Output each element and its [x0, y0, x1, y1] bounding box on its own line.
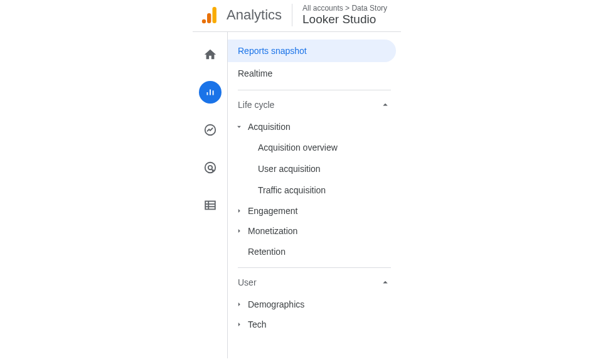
target-click-icon [203, 161, 217, 174]
tree-label: Engagement [248, 206, 297, 216]
svg-point-4 [205, 163, 215, 173]
bar-chart-icon [203, 85, 217, 99]
table-icon [203, 198, 217, 212]
sub-acquisition-overview[interactable]: Acquisition overview [228, 137, 401, 158]
svg-rect-6 [205, 201, 215, 210]
chevron-up-icon [380, 99, 391, 110]
app-header: Analytics All accounts > Data Story Look… [193, 0, 401, 31]
nav-rail [193, 32, 228, 358]
workspace-title[interactable]: Looker Studio [302, 13, 387, 26]
sub-user-acquisition[interactable]: User acquisition [228, 158, 401, 179]
tree-label: Monetization [248, 226, 297, 236]
section-title: Life cycle [238, 100, 274, 110]
analytics-logo [201, 6, 218, 24]
divider [238, 267, 391, 268]
sub-traffic-acquisition[interactable]: Traffic acquisition [228, 179, 401, 201]
svg-rect-1 [207, 13, 211, 23]
header-divider [292, 4, 292, 26]
caret-right-icon [233, 300, 245, 309]
realtime-item[interactable]: Realtime [228, 62, 401, 85]
rail-home-button[interactable] [199, 43, 222, 66]
section-title: User [238, 277, 257, 287]
tree-acquisition[interactable]: Acquisition [228, 117, 401, 137]
caret-right-icon [233, 320, 245, 329]
tree-tech[interactable]: Tech [228, 314, 401, 335]
analytics-logo-icon [201, 6, 218, 24]
tree-demographics[interactable]: Demographics [228, 294, 401, 314]
tree-retention[interactable]: Retention [228, 241, 401, 262]
reports-panel: Reports snapshot Realtime Life cycle Acq… [228, 32, 401, 358]
caret-down-icon [233, 122, 245, 131]
tree-label: Acquisition [248, 122, 291, 132]
tree-engagement[interactable]: Engagement [228, 201, 401, 221]
app-title: Analytics [227, 7, 282, 23]
svg-point-0 [202, 19, 206, 23]
tree-label: Tech [248, 319, 267, 329]
rail-explore-button[interactable] [199, 119, 222, 141]
tree-monetization[interactable]: Monetization [228, 221, 401, 241]
breadcrumb[interactable]: All accounts > Data Story [302, 4, 387, 13]
svg-rect-2 [213, 7, 216, 23]
section-life-cycle[interactable]: Life cycle [228, 93, 401, 117]
reports-snapshot-item[interactable]: Reports snapshot [228, 40, 396, 62]
explore-trend-icon [203, 123, 217, 137]
caret-right-icon [233, 227, 245, 235]
rail-reports-button[interactable] [199, 81, 222, 104]
home-icon [203, 48, 217, 62]
section-user[interactable]: User [228, 270, 401, 294]
divider [238, 90, 391, 90]
caret-right-icon [233, 206, 245, 215]
tree-label: Demographics [248, 299, 304, 309]
rail-configure-button[interactable] [199, 194, 222, 217]
chevron-up-icon [380, 277, 391, 288]
rail-advertising-button[interactable] [199, 156, 222, 179]
